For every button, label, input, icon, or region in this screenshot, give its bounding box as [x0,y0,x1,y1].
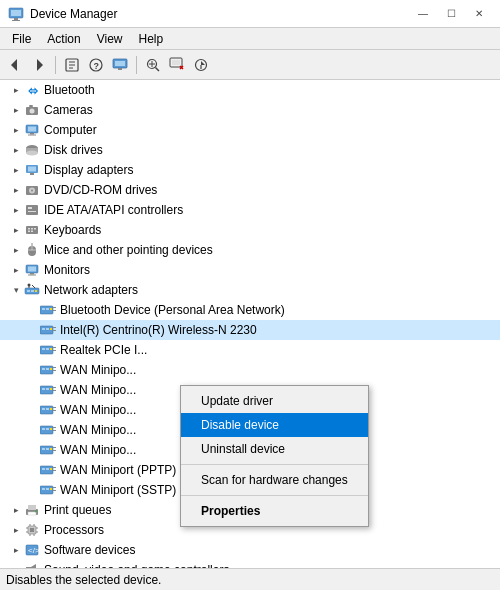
expand-btn[interactable]: ▸ [8,222,24,238]
svg-rect-124 [50,488,52,490]
minimize-button[interactable]: — [410,4,436,24]
context-menu-item-disable-device[interactable]: Disable device [181,413,368,437]
svg-rect-96 [53,390,56,391]
expand-btn[interactable]: ▾ [8,282,24,298]
nic-icon [40,382,56,398]
expand-btn[interactable]: ▸ [8,242,24,258]
svg-rect-106 [50,428,52,430]
nic-icon [40,302,56,318]
svg-rect-104 [42,428,45,430]
svg-rect-49 [34,228,36,230]
tree-item-display-adapters[interactable]: ▸Display adapters [0,160,500,180]
nic-icon [40,362,56,378]
expand-btn[interactable]: ▸ [8,522,24,538]
cpu-icon [24,522,40,538]
svg-marker-4 [11,59,17,71]
tree-item-cameras[interactable]: ▸Cameras [0,100,500,120]
tree-item-realtek-pcie[interactable]: Realtek PCIe I... [0,340,500,360]
display-icon [24,162,40,178]
status-bar: Disables the selected device. [0,568,500,590]
svg-line-66 [32,285,35,288]
toolbar-forward[interactable] [28,54,50,76]
tree-item-label: Processors [44,523,104,537]
svg-rect-95 [53,387,56,388]
svg-rect-81 [46,348,49,350]
expand-btn[interactable]: ▸ [8,102,24,118]
dvd-icon [24,182,40,198]
menu-action[interactable]: Action [39,30,88,47]
maximize-button[interactable]: ☐ [438,4,464,24]
expand-btn[interactable]: ▸ [8,142,24,158]
svg-rect-83 [53,347,56,348]
expand-btn[interactable]: ▸ [8,122,24,138]
svg-rect-48 [31,228,33,230]
svg-rect-3 [12,20,20,21]
tree-item-wan1[interactable]: WAN Minipo... [0,360,500,380]
menu-help[interactable]: Help [131,30,172,47]
window-title: Device Manager [30,7,117,21]
context-menu-separator [181,464,368,465]
svg-rect-50 [28,231,30,233]
svg-marker-144 [31,564,36,568]
tree-item-bluetooth-pan[interactable]: Bluetooth Device (Personal Area Network) [0,300,500,320]
svg-rect-117 [46,468,49,470]
context-menu-item-uninstall-device[interactable]: Uninstall device [181,437,368,461]
toolbar-separator-2 [136,56,137,74]
toolbar-properties[interactable] [61,54,83,76]
toolbar-update[interactable] [190,54,212,76]
tree-item-mice[interactable]: ▸Mice and other pointing devices [0,240,500,260]
expand-btn[interactable]: ▸ [8,502,24,518]
svg-text:</>: </> [28,546,39,555]
expand-btn[interactable]: ▸ [8,562,24,568]
svg-rect-101 [53,407,56,408]
toolbar-help[interactable]: ? [85,54,107,76]
toolbar-back[interactable] [4,54,26,76]
context-menu-item-update-driver[interactable]: Update driver [181,389,368,413]
svg-rect-132 [30,528,34,532]
toolbar-device-view[interactable] [109,54,131,76]
menu-view[interactable]: View [89,30,131,47]
back-icon [7,57,23,73]
expand-btn[interactable]: ▸ [8,182,24,198]
keyboard-icon [24,222,40,238]
toolbar: ? [0,50,500,80]
svg-point-42 [31,190,33,192]
toolbar-remove[interactable] [166,54,188,76]
tree-item-label: Bluetooth [44,83,95,97]
tree-item-intel-centrino[interactable]: Intel(R) Centrino(R) Wireless-N 2230 [0,320,500,340]
svg-rect-76 [50,328,52,330]
nic-icon [40,482,56,498]
expand-btn[interactable]: ▸ [8,542,24,558]
expand-btn[interactable]: ▸ [8,262,24,278]
svg-point-36 [26,151,38,156]
device-tree[interactable]: ▸⬄Bluetooth▸Cameras▸Computer▸Disk drives… [0,80,500,568]
bluetooth-icon: ⬄ [24,82,40,98]
svg-rect-44 [28,207,32,209]
svg-rect-90 [53,370,56,371]
tree-item-software-devices[interactable]: ▸</>Software devices [0,540,500,560]
expand-btn[interactable]: ▸ [8,202,24,218]
svg-rect-70 [50,308,52,310]
tree-item-dvdrom[interactable]: ▸DVD/CD-ROM drives [0,180,500,200]
tree-item-label: Disk drives [44,143,103,157]
menu-file[interactable]: File [4,30,39,47]
expand-btn[interactable]: ▸ [8,82,24,98]
nic-icon [40,422,56,438]
tree-item-network-adapters[interactable]: ▾Network adapters [0,280,500,300]
tree-item-monitors[interactable]: ▸Monitors [0,260,500,280]
tree-item-keyboards[interactable]: ▸Keyboards [0,220,500,240]
tree-item-computer[interactable]: ▸Computer [0,120,500,140]
expand-btn[interactable]: ▸ [8,162,24,178]
computer-icon [24,122,40,138]
svg-rect-14 [118,68,122,70]
tree-item-bluetooth[interactable]: ▸⬄Bluetooth [0,80,500,100]
toolbar-scan[interactable] [142,54,164,76]
tree-item-sound[interactable]: ▸Sound, video and game controllers [0,560,500,568]
tree-item-disk-drives[interactable]: ▸Disk drives [0,140,500,160]
close-button[interactable]: ✕ [466,4,492,24]
tree-item-ide[interactable]: ▸IDE ATA/ATAPI controllers [0,200,500,220]
context-menu-item-scan-changes[interactable]: Scan for hardware changes [181,468,368,492]
tree-item-label: Realtek PCIe I... [60,343,147,357]
svg-rect-84 [53,350,56,351]
context-menu-item-properties[interactable]: Properties [181,499,368,523]
